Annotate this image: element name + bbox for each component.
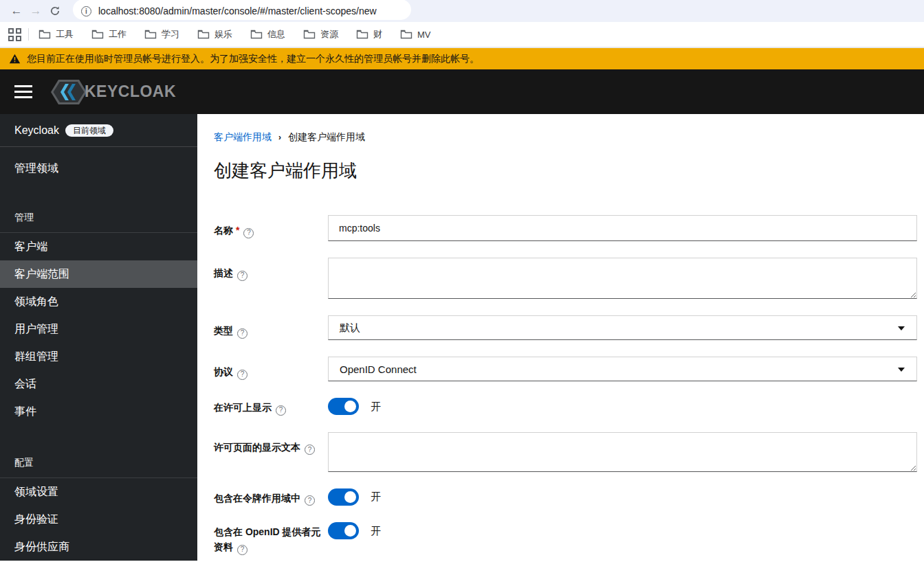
- sidebar-item-sessions[interactable]: 会话: [0, 370, 197, 398]
- name-help-icon[interactable]: ?: [243, 228, 254, 238]
- protocol-select[interactable]: OpenID Connect: [328, 357, 917, 381]
- sidebar-item-realm-settings[interactable]: 领域设置: [0, 478, 197, 506]
- main-content: 客户端作用域 › 创建客户端作用域 创建客户端作用域 名称*? 描述? 类型?: [197, 114, 924, 561]
- consent-text-help-icon[interactable]: ?: [305, 445, 315, 455]
- form-row-name: 名称*?: [214, 215, 917, 241]
- grid-square: [8, 28, 14, 34]
- name-label-text: 名称: [214, 225, 233, 236]
- display-on-consent-toggle[interactable]: [328, 398, 359, 415]
- bookmark-label: 娱乐: [214, 28, 232, 41]
- name-label: 名称*?: [214, 215, 328, 238]
- description-help-icon[interactable]: ?: [237, 271, 248, 281]
- folder-icon: [250, 30, 263, 39]
- realm-selector[interactable]: Keycloak 目前领域: [0, 114, 197, 147]
- type-help-icon[interactable]: ?: [237, 328, 248, 339]
- browser-back-icon[interactable]: ←: [7, 1, 26, 21]
- include-token-scope-toggle[interactable]: [328, 488, 359, 506]
- toggle-state-label: 开: [371, 490, 381, 504]
- description-label-text: 描述: [214, 267, 233, 278]
- breadcrumb-link-client-scopes[interactable]: 客户端作用域: [214, 131, 272, 144]
- sidebar-item-clients[interactable]: 客户端: [0, 233, 197, 260]
- consent-text-textarea[interactable]: [328, 432, 917, 472]
- include-oidc-metadata-label: 包含在 OpenID 提供者元资料?: [214, 522, 328, 555]
- folder-icon: [38, 30, 51, 39]
- include-oidc-metadata-label-text: 包含在 OpenID 提供者元资料: [214, 526, 321, 552]
- breadcrumb: 客户端作用域 › 创建客户端作用域: [214, 131, 917, 144]
- folder-icon: [303, 30, 316, 39]
- breadcrumb-current: 创建客户端作用域: [288, 131, 365, 144]
- include-oidc-metadata-toggle[interactable]: [328, 522, 359, 539]
- bookmarks-divider: [28, 28, 29, 41]
- consent-text-label: 许可页面的显示文本?: [214, 432, 328, 456]
- keycloak-logo[interactable]: KEYCLOAK: [47, 78, 176, 106]
- bookmark-folder-finance[interactable]: 财: [356, 28, 382, 41]
- display-on-consent-label-text: 在许可上显示: [214, 402, 272, 413]
- browser-forward-icon[interactable]: →: [26, 1, 45, 21]
- form-row-consent-text: 许可页面的显示文本?: [214, 432, 917, 472]
- sidebar: Keycloak 目前领域 管理领域 管理 客户端 客户端范围 领域角色 用户管…: [0, 114, 197, 561]
- toggle-knob: [344, 525, 356, 537]
- app-header: KEYCLOAK: [0, 69, 924, 114]
- bookmark-folder-info[interactable]: 信息: [250, 28, 285, 41]
- form-row-type: 类型? 默认: [214, 315, 917, 340]
- protocol-help-icon[interactable]: ?: [237, 370, 248, 380]
- browser-toolbar: ← → i localhost:8080/admin/master/consol…: [0, 0, 924, 22]
- chevron-down-icon: [898, 368, 905, 372]
- url-text: localhost:8080/admin/master/console/#/ma…: [98, 5, 377, 16]
- bookmark-folder-entertainment[interactable]: 娱乐: [197, 28, 232, 41]
- sidebar-item-realm-roles[interactable]: 领域角色: [0, 288, 197, 315]
- bookmark-label: MV: [417, 30, 431, 40]
- folder-icon: [400, 30, 412, 39]
- chevron-down-icon: [898, 326, 905, 330]
- keycloak-logo-icon: [47, 78, 90, 106]
- sidebar-item-client-scopes[interactable]: 客户端范围: [0, 260, 197, 288]
- display-on-consent-label: 在许可上显示?: [214, 398, 328, 416]
- bookmark-label: 工具: [56, 28, 74, 41]
- type-label: 类型?: [214, 315, 328, 339]
- folder-icon: [144, 30, 157, 39]
- description-label: 描述?: [214, 258, 328, 281]
- folder-icon: [197, 30, 210, 39]
- include-oidc-metadata-help-icon[interactable]: ?: [237, 545, 248, 555]
- bookmark-folder-mv[interactable]: MV: [400, 30, 431, 40]
- form-row-description: 描述?: [214, 258, 917, 299]
- hamburger-menu-icon[interactable]: [14, 82, 32, 102]
- bookmark-label: 工作: [109, 28, 126, 41]
- browser-refresh-icon[interactable]: [45, 1, 65, 21]
- bookmark-folder-study[interactable]: 学习: [144, 28, 179, 41]
- name-input[interactable]: [328, 215, 917, 241]
- include-token-scope-label: 包含在令牌作用域中?: [214, 488, 328, 506]
- sidebar-item-identity-providers[interactable]: 身份供应商: [0, 533, 197, 561]
- bookmark-folder-work[interactable]: 工作: [91, 28, 126, 41]
- protocol-select-value: OpenID Connect: [340, 363, 417, 375]
- bookmark-folder-resources[interactable]: 资源: [303, 28, 338, 41]
- bookmark-label: 学习: [162, 28, 179, 41]
- url-bar[interactable]: i localhost:8080/admin/master/console/#/…: [73, 0, 411, 20]
- consent-text-label-text: 许可页面的显示文本: [214, 442, 300, 453]
- chevron-right-icon: ›: [278, 133, 281, 142]
- page-info-icon[interactable]: i: [81, 6, 91, 16]
- display-on-consent-help-icon[interactable]: ?: [276, 405, 286, 416]
- sidebar-item-groups[interactable]: 群组管理: [0, 343, 197, 370]
- sidebar-item-manage-realms[interactable]: 管理领域: [0, 147, 197, 176]
- sidebar-item-events[interactable]: 事件: [0, 398, 197, 425]
- apps-grid-icon[interactable]: [8, 28, 21, 41]
- protocol-label-text: 协议: [214, 366, 233, 377]
- description-textarea[interactable]: [328, 258, 917, 299]
- create-client-scope-form: 名称*? 描述? 类型? 默认: [214, 215, 917, 555]
- type-label-text: 类型: [214, 325, 233, 336]
- refresh-icon: [50, 5, 60, 16]
- sidebar-item-users[interactable]: 用户管理: [0, 315, 197, 343]
- sidebar-item-authentication[interactable]: 身份验证: [0, 506, 197, 533]
- include-token-scope-help-icon[interactable]: ?: [305, 495, 315, 506]
- realm-name: Keycloak: [14, 124, 59, 137]
- type-select[interactable]: 默认: [328, 315, 917, 340]
- type-select-value: 默认: [340, 322, 360, 335]
- bookmark-folder-tools[interactable]: 工具: [38, 28, 74, 41]
- current-realm-badge: 目前领域: [65, 124, 113, 137]
- warning-triangle-icon: [9, 54, 21, 64]
- page-title: 创建客户端作用域: [214, 159, 917, 183]
- toggle-state-label: 开: [371, 524, 381, 538]
- folder-icon: [91, 30, 104, 39]
- grid-square: [16, 28, 21, 34]
